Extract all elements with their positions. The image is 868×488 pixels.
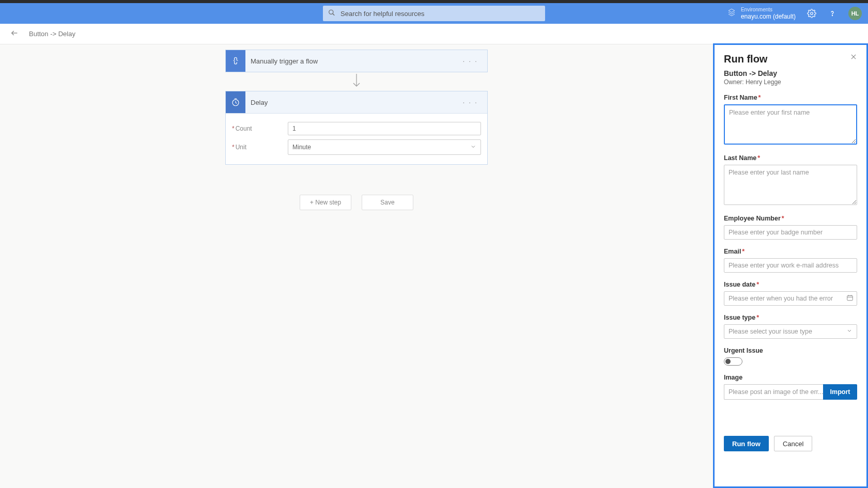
issue-type-placeholder: Please select your issue type	[729, 328, 812, 335]
svg-point-2	[811, 12, 813, 15]
trigger-card-title: Manually trigger a flow	[245, 57, 454, 65]
unit-select-value: Minute	[292, 144, 311, 151]
issue-date-group: Issue date*	[724, 281, 857, 306]
urgent-label: Urgent Issue	[724, 347, 857, 354]
svg-point-3	[832, 15, 832, 15]
avatar[interactable]: HL	[848, 7, 862, 20]
environment-icon	[727, 8, 736, 18]
close-icon[interactable]	[850, 53, 857, 62]
issue-type-group: Issue type* Please select your issue typ…	[724, 314, 857, 339]
more-icon[interactable]: · · ·	[454, 98, 487, 106]
unit-label: *Unit	[232, 144, 288, 151]
unit-row: *Unit Minute	[232, 139, 481, 155]
count-row: *Count	[232, 122, 481, 135]
import-button[interactable]: Import	[823, 384, 857, 400]
svg-point-0	[329, 10, 333, 14]
panel-flow-name: Button -> Delay	[724, 69, 857, 77]
first-name-field[interactable]	[724, 104, 857, 145]
cancel-button[interactable]: Cancel	[774, 436, 812, 451]
gear-icon[interactable]	[807, 9, 816, 18]
flow-canvas: Manually trigger a flow · · · Delay · · …	[0, 44, 713, 488]
toggle-knob	[725, 359, 731, 364]
svg-line-8	[236, 103, 237, 104]
main-area: Manually trigger a flow · · · Delay · · …	[0, 44, 868, 488]
urgent-toggle[interactable]	[724, 357, 742, 366]
issue-date-label: Issue date*	[724, 281, 857, 288]
unit-select[interactable]: Minute	[288, 139, 481, 155]
panel-header: Run flow	[724, 53, 857, 65]
trigger-card[interactable]: Manually trigger a flow · · ·	[225, 50, 488, 72]
delay-card-body: *Count *Unit Minute	[226, 113, 487, 164]
app-header: Environments enayu.com (default) HL	[0, 3, 868, 24]
email-label: Email*	[724, 248, 857, 255]
delay-card[interactable]: Delay · · · *Count *Unit Minute	[225, 91, 488, 165]
run-flow-button[interactable]: Run flow	[724, 436, 769, 451]
environment-text: Environments enayu.com (default)	[741, 7, 796, 20]
search-input[interactable]	[323, 6, 545, 21]
delay-card-title: Delay	[245, 99, 454, 106]
urgent-group: Urgent Issue	[724, 347, 857, 366]
last-name-field[interactable]	[724, 165, 857, 205]
first-name-label: First Name*	[724, 94, 857, 101]
arrow-connector-icon	[351, 72, 362, 91]
environment-label: Environments	[741, 7, 796, 13]
count-label: *Count	[232, 125, 288, 132]
header-right: Environments enayu.com (default) HL	[727, 7, 862, 20]
last-name-group: Last Name*	[724, 154, 857, 207]
last-name-label: Last Name*	[724, 154, 857, 162]
email-group: Email*	[724, 248, 857, 273]
delay-card-header: Delay · · ·	[226, 91, 487, 113]
count-input[interactable]	[288, 122, 481, 135]
panel-title: Run flow	[724, 53, 767, 65]
image-group: Image Please post an image of the err...…	[724, 374, 857, 400]
chevron-down-icon	[846, 328, 853, 336]
employee-number-field[interactable]	[724, 225, 857, 240]
delay-clock-icon	[226, 91, 245, 113]
more-icon[interactable]: · · ·	[454, 57, 487, 65]
new-step-button[interactable]: + New step	[300, 195, 351, 210]
environment-picker[interactable]: Environments enayu.com (default)	[727, 7, 796, 20]
environment-name: enayu.com (default)	[741, 13, 796, 20]
first-name-group: First Name*	[724, 94, 857, 146]
canvas-buttons: + New step Save	[300, 195, 413, 210]
breadcrumb: Button -> Delay	[29, 30, 75, 38]
back-arrow-icon[interactable]	[10, 29, 19, 39]
issue-type-select[interactable]: Please select your issue type	[724, 324, 857, 339]
employee-number-label: Employee Number*	[724, 215, 857, 222]
save-button[interactable]: Save	[362, 195, 413, 210]
employee-number-group: Employee Number*	[724, 215, 857, 240]
image-field[interactable]: Please post an image of the err...	[724, 384, 823, 400]
trigger-touch-icon	[226, 50, 245, 72]
image-label: Image	[724, 374, 857, 381]
help-icon[interactable]	[828, 9, 837, 18]
panel-owner: Owner: Henry Legge	[724, 78, 857, 86]
breadcrumb-bar: Button -> Delay	[0, 24, 868, 44]
issue-type-label: Issue type*	[724, 314, 857, 321]
search-container	[323, 6, 545, 21]
email-field[interactable]	[724, 258, 857, 273]
panel-footer: Run flow Cancel	[724, 436, 857, 451]
search-icon	[328, 9, 335, 18]
trigger-card-header: Manually trigger a flow · · ·	[226, 50, 487, 72]
chevron-down-icon	[470, 144, 476, 151]
run-flow-panel: Run flow Button -> Delay Owner: Henry Le…	[713, 43, 868, 488]
issue-date-field[interactable]	[724, 291, 857, 306]
svg-line-1	[333, 13, 335, 15]
